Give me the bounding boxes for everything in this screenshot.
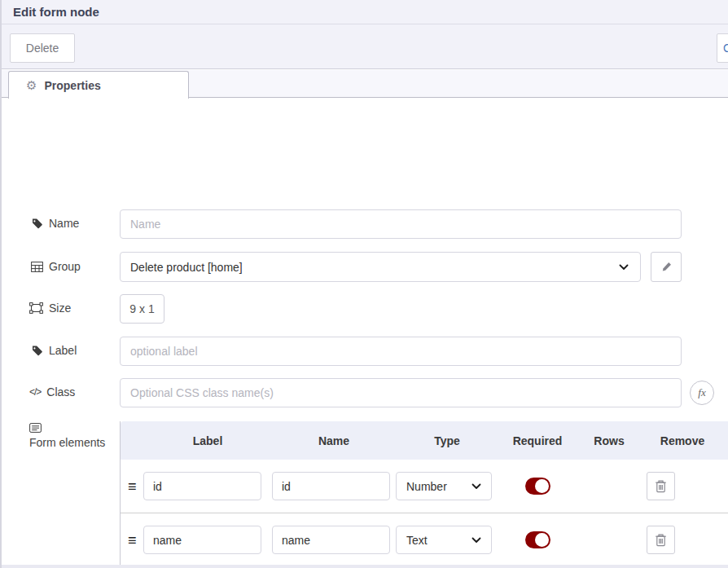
form-elements-table: LabelNameTypeRequiredRowsRemove ≡ Number…: [120, 421, 728, 568]
code-icon: </>: [29, 386, 41, 398]
size-field-label: Size: [29, 302, 71, 315]
element-name-input[interactable]: [272, 526, 390, 554]
drag-handle-icon[interactable]: ≡: [121, 533, 143, 548]
element-name-input[interactable]: [272, 472, 390, 500]
form-elements-field-label: Form elements: [29, 423, 111, 451]
form-element-row: ≡ Text: [121, 513, 728, 567]
trash-icon: [655, 533, 667, 547]
tag-icon: [31, 345, 43, 357]
chevron-down-icon: [471, 537, 481, 544]
tag-icon: [31, 218, 43, 230]
group-select-value: Delete product [home]: [130, 261, 243, 274]
column-header-required: Required: [498, 434, 577, 447]
edit-form-node-dialog: Edit form node Delete Cancel ⚙ Propertie…: [0, 0, 728, 568]
dialog-header: Edit form node: [2, 0, 728, 24]
column-header-type: Type: [396, 434, 498, 447]
chevron-down-icon: [471, 483, 481, 490]
toggle-knob: [535, 533, 549, 547]
trash-icon: [655, 479, 667, 493]
chevron-down-icon: [619, 264, 629, 271]
element-type-select[interactable]: Text: [396, 526, 492, 554]
pencil-icon: [661, 262, 672, 272]
column-header-rows: Rows: [577, 434, 642, 447]
properties-panel: Name Group Delete product [home] Size 9 …: [2, 99, 728, 568]
dialog-toolbar: Delete Cancel: [2, 24, 728, 69]
name-input[interactable]: [120, 209, 682, 239]
delete-button[interactable]: Delete: [10, 33, 75, 63]
class-input[interactable]: [120, 378, 682, 407]
required-toggle[interactable]: [525, 531, 550, 548]
required-toggle[interactable]: [525, 478, 550, 495]
tab-properties[interactable]: ⚙ Properties: [8, 71, 189, 99]
column-header-label: Label: [143, 434, 272, 447]
drag-handle-icon[interactable]: ≡: [121, 479, 143, 494]
element-label-input[interactable]: [143, 526, 261, 554]
remove-element-button[interactable]: [647, 526, 675, 554]
toggle-knob: [535, 479, 549, 493]
tab-properties-label: Properties: [44, 79, 100, 92]
list-icon: [29, 423, 42, 433]
label-input[interactable]: [120, 337, 682, 366]
remove-element-button[interactable]: [647, 472, 675, 500]
elements-table-header: LabelNameTypeRequiredRowsRemove: [121, 421, 728, 460]
class-field-label: </> Class: [29, 385, 75, 398]
tab-bar: ⚙ Properties: [2, 70, 728, 98]
element-type-value: Number: [406, 480, 447, 493]
element-type-value: Text: [406, 534, 428, 547]
column-header-remove: Remove: [642, 434, 723, 447]
dialog-title: Edit form node: [13, 5, 99, 19]
object-group-icon: [29, 302, 43, 314]
element-label-input[interactable]: [143, 472, 261, 500]
size-button[interactable]: 9 x 1: [120, 294, 164, 324]
column-header-name: Name: [272, 434, 396, 447]
cancel-button[interactable]: Cancel: [717, 33, 728, 63]
gear-icon: ⚙: [26, 79, 37, 91]
edit-group-button[interactable]: [651, 252, 682, 282]
form-element-row: ≡ Number: [121, 460, 728, 513]
footer-edge: [2, 565, 728, 568]
name-field-label: Name: [31, 217, 79, 230]
label-field-label: Label: [31, 344, 77, 357]
group-field-label: Group: [31, 260, 81, 273]
group-select[interactable]: Delete product [home]: [120, 252, 641, 282]
expression-fx-button[interactable]: fx: [690, 381, 714, 405]
element-type-select[interactable]: Number: [396, 472, 492, 500]
elements-table-body: ≡ Number ≡ Text: [121, 460, 728, 567]
table-icon: [31, 262, 43, 272]
